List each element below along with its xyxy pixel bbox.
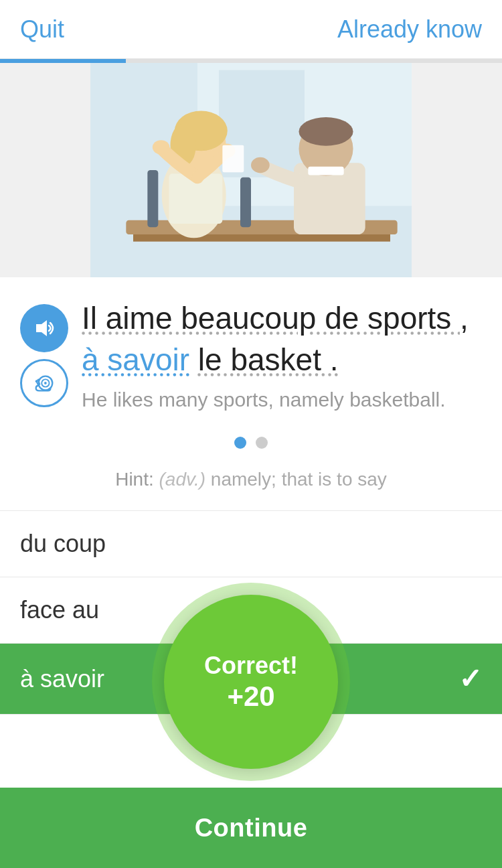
continue-button[interactable]: Continue — [0, 788, 502, 868]
sentence-part-1: Il aime beaucoup de sports , — [82, 301, 469, 336]
sentence-keyword: à savoir — [82, 342, 189, 377]
audio-normal-button[interactable] — [20, 304, 68, 352]
scene-image — [0, 63, 502, 277]
page-dots — [0, 421, 502, 462]
sentence-translation: He likes many sports, namely basketball. — [82, 386, 482, 414]
option-3-text: à savoir — [20, 665, 104, 693]
svg-marker-20 — [36, 320, 47, 336]
correct-label: Correct! — [204, 651, 298, 680]
svg-rect-16 — [308, 167, 343, 175]
svg-point-10 — [153, 140, 170, 154]
svg-point-27 — [37, 378, 40, 381]
already-know-button[interactable]: Already know — [337, 15, 482, 44]
audio-slow-button[interactable] — [20, 359, 68, 407]
scene-illustration — [0, 63, 502, 277]
snail-icon — [33, 372, 56, 394]
quit-button[interactable]: Quit — [20, 15, 64, 44]
sentence-area: Il aime beaucoup de sports , à savoir le… — [0, 277, 502, 421]
hint-label: Hint: — [115, 469, 154, 490]
option-2-text: face au — [20, 596, 99, 624]
svg-rect-19 — [240, 177, 251, 228]
option-1[interactable]: du coup — [0, 511, 502, 577]
dot-1 — [234, 437, 246, 449]
hint-area: Hint: (adv.) namely; that is to say — [0, 462, 502, 510]
correct-bubble: Correct! +20 — [164, 595, 338, 769]
sentence-content: Il aime beaucoup de sports , à savoir le… — [82, 297, 482, 414]
hint-definition: namely; that is to say — [211, 469, 387, 490]
sentence-part-3: le basket . — [198, 342, 339, 377]
hint-pos: (adv.) — [159, 469, 206, 490]
svg-rect-4 — [133, 234, 390, 242]
svg-point-15 — [299, 117, 353, 146]
option-1-text: du coup — [20, 530, 106, 558]
svg-rect-12 — [222, 145, 244, 173]
svg-point-23 — [44, 382, 47, 384]
svg-rect-18 — [147, 170, 158, 227]
speaker-icon — [32, 316, 56, 340]
dot-2 — [256, 437, 268, 449]
correct-points: +20 — [227, 680, 274, 713]
svg-point-17 — [251, 157, 270, 173]
header: Quit Already know — [0, 0, 502, 59]
sentence-french: Il aime beaucoup de sports , à savoir le… — [82, 297, 482, 380]
checkmark-icon: ✓ — [458, 662, 482, 695]
audio-buttons — [20, 297, 68, 407]
